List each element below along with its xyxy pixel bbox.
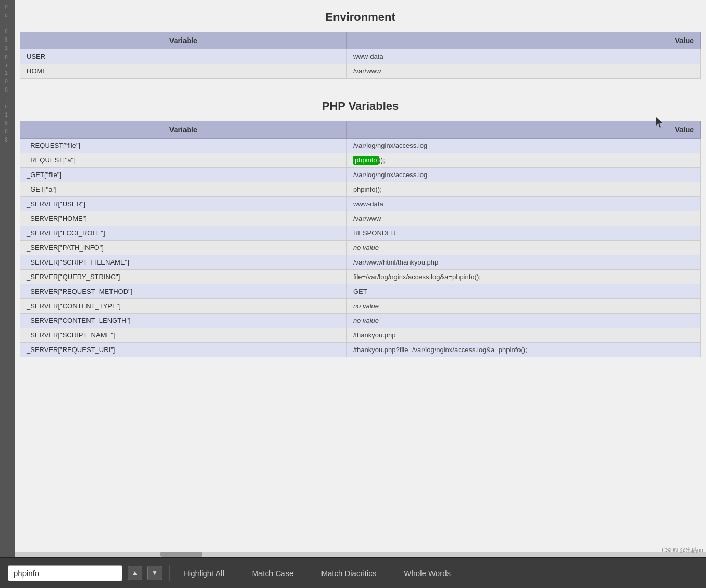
- content-area: Environment Variable Value USERwww-dataH…: [15, 0, 706, 557]
- table-row: _SERVER["QUERY_STRING"]file=/var/log/ngi…: [20, 270, 701, 284]
- find-separator-2: [238, 565, 238, 581]
- table-row: _SERVER["CONTENT_LENGTH"]no value: [20, 314, 701, 328]
- table-row: USERwww-data: [20, 49, 701, 64]
- environment-table: Variable Value USERwww-dataHOME/var/www: [20, 32, 701, 79]
- table-row: _REQUEST["a"]phpinfo();: [20, 153, 701, 168]
- environment-section: Environment Variable Value USERwww-dataH…: [15, 0, 706, 79]
- highlighted-text: phpinfo: [353, 156, 379, 165]
- environment-header-row: Variable Value: [20, 32, 701, 49]
- table-row: _GET["file"]/var/log/nginx/access.log: [20, 168, 701, 182]
- table-row: _SERVER["FCGI_ROLE"]RESPONDER: [20, 226, 701, 241]
- php-value-header: Value: [346, 121, 700, 139]
- env-value-header: Value: [346, 32, 700, 49]
- find-separator-3: [307, 565, 307, 581]
- php-variables-title: PHP Variables: [15, 89, 706, 121]
- php-header-row: Variable Value: [20, 121, 701, 139]
- table-row: _SERVER["CONTENT_TYPE"]no value: [20, 299, 701, 314]
- whole-words-button[interactable]: Whole Words: [398, 566, 457, 580]
- watermark: CSDN @出稿on: [662, 546, 703, 554]
- table-row: _SERVER["HOME"]/var/www: [20, 211, 701, 226]
- find-separator-4: [390, 565, 390, 581]
- highlight-all-button[interactable]: Highlight All: [177, 566, 230, 580]
- match-diacritics-button[interactable]: Match Diacritics: [315, 566, 382, 580]
- table-row: _SERVER["USER"]www-data: [20, 197, 701, 211]
- table-row: _REQUEST["file"]/var/log/nginx/access.lo…: [20, 139, 701, 153]
- find-prev-button[interactable]: ▲: [128, 566, 142, 580]
- php-variable-header: Variable: [20, 121, 347, 139]
- find-separator-1: [169, 565, 170, 581]
- find-bar: phpinfo ▲ ▼ Highlight All Match Case Mat…: [0, 557, 706, 588]
- table-row: _SERVER["SCRIPT_FILENAME"]/var/www/html/…: [20, 255, 701, 270]
- horizontal-scrollbar[interactable]: [15, 552, 706, 557]
- table-row: _SERVER["PATH_INFO"]no value: [20, 241, 701, 255]
- table-row: _SERVER["REQUEST_URI"]/thankyou.php?file…: [20, 343, 701, 357]
- table-row: _SERVER["SCRIPT_NAME"]/thankyou.php: [20, 328, 701, 343]
- scrollbar-thumb[interactable]: [160, 552, 202, 557]
- table-row: _GET["a"]phpinfo();: [20, 182, 701, 197]
- php-variables-table: Variable Value _REQUEST["file"]/var/log/…: [20, 121, 701, 357]
- php-variables-section: PHP Variables Variable Value _REQUEST["f…: [15, 89, 706, 357]
- table-row: _SERVER["REQUEST_METHOD"]GET: [20, 284, 701, 299]
- env-variable-header: Variable: [20, 32, 347, 49]
- table-row: HOME/var/www: [20, 64, 701, 79]
- environment-title: Environment: [15, 0, 706, 32]
- line-numbers: g u : 6 8 1 p r 1 0 0 ] u 1 8 8 8: [5, 3, 10, 144]
- line-number-sidebar: g u : 6 8 1 p r 1 0 0 ] u 1 8 8 8: [0, 0, 15, 557]
- find-next-button[interactable]: ▼: [147, 566, 162, 580]
- match-case-button[interactable]: Match Case: [245, 566, 300, 580]
- find-input[interactable]: phpinfo: [8, 565, 122, 581]
